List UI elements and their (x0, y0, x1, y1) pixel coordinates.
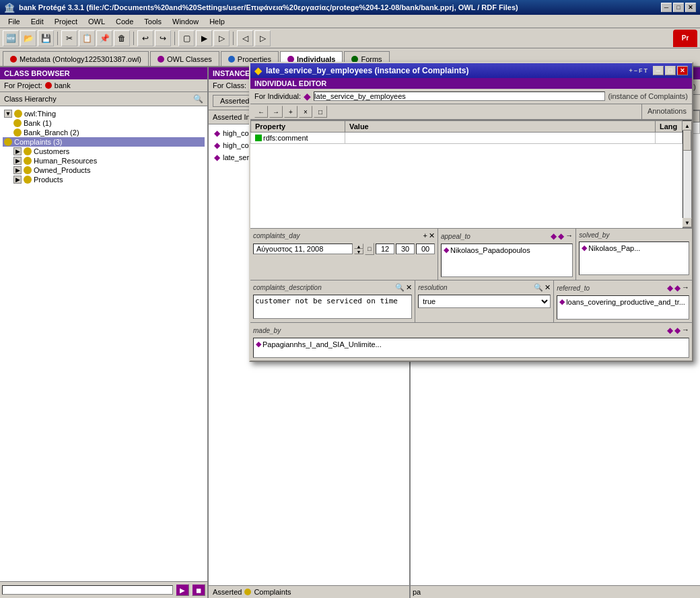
sb-down-btn[interactable]: ▼ (682, 218, 692, 227)
expand-humanres[interactable]: ▶ (13, 157, 22, 165)
tree-item-complaints[interactable]: Complaints (3) (3, 137, 205, 147)
tab-dot-forms (351, 56, 358, 63)
minimize-btn[interactable]: ─ (661, 3, 672, 12)
paste-btn[interactable]: 📌 (96, 30, 112, 46)
redo-btn[interactable]: ↪ (155, 30, 171, 46)
dialog-diamond-icon: ◆ (254, 65, 262, 76)
expand-owlthing[interactable]: ▼ (4, 110, 12, 118)
tree-item-humanres[interactable]: ▶ Human_Resources (3, 156, 205, 165)
back-btn[interactable]: ◁ (237, 30, 253, 46)
fwd-btn[interactable]: ▷ (254, 30, 271, 46)
t-icon[interactable]: T (644, 67, 648, 74)
made-add-icon[interactable]: ◆ (667, 326, 673, 335)
made-copy-icon[interactable]: ◆ (674, 326, 680, 335)
solved-by-nikolaos[interactable]: ◆ Nikolaos_Pap... (580, 242, 689, 254)
dlg-fwd-btn[interactable]: → (269, 106, 283, 118)
date-extra-btn[interactable]: □ (365, 243, 374, 255)
undo-btn[interactable]: ↩ (137, 30, 153, 46)
dlg-back-btn[interactable]: ← (254, 106, 268, 118)
referred-to-item[interactable]: ◆ loans_covering_productive_and_tr... (557, 296, 689, 307)
min-input[interactable] (396, 244, 415, 254)
complaints-day-del-icon[interactable]: ✕ (429, 231, 435, 240)
menu-help[interactable]: Help (204, 16, 230, 27)
resolution-select[interactable]: true false (418, 295, 551, 308)
dlg-del-btn[interactable]: × (299, 106, 312, 118)
open-btn[interactable]: 📂 (20, 30, 36, 46)
dlg-add-btn[interactable]: + (284, 106, 298, 118)
hour-input[interactable] (376, 244, 394, 254)
hierarchy-search-icon[interactable]: 🔍 (193, 94, 203, 104)
tab-label-metadata: Metadata (Ontology1225301387.owl) (20, 55, 141, 63)
close-btn[interactable]: ✕ (685, 3, 696, 12)
date-input[interactable] (253, 244, 353, 254)
res-search-icon[interactable]: 🔍 (534, 283, 543, 292)
dlg-prop-row-comment[interactable]: rdfs:comment (251, 133, 682, 144)
menu-code[interactable]: Code (110, 16, 139, 27)
asserted-class-dot (244, 589, 251, 595)
expand-products[interactable]: ▶ (13, 176, 22, 184)
tree-item-ownedprod[interactable]: ▶ Owned_Products (3, 165, 205, 175)
tree-item-customers[interactable]: ▶ Customers (3, 147, 205, 156)
dialog-maximize-btn[interactable]: □ (665, 66, 676, 75)
menu-edit[interactable]: Edit (26, 16, 49, 27)
class-browser-panel: CLASS BROWSER For Project: bank Class Hi… (0, 67, 209, 598)
dialog-minimize-btn[interactable]: ─ (653, 66, 664, 75)
appeal-add-icon[interactable]: ◆ (551, 231, 557, 241)
desc-del-icon[interactable]: ✕ (406, 283, 412, 292)
menu-window[interactable]: Window (167, 16, 204, 27)
appeal-to-list: ◆ Nikolaos_Papadopoulos (441, 244, 573, 277)
complaints-desc-label: complaints_description (253, 284, 322, 291)
expand-ownedprod[interactable]: ▶ (13, 166, 22, 174)
date-spin-up[interactable]: ▲ (354, 244, 363, 249)
run2-btn[interactable]: ▷ (213, 30, 230, 46)
made-del-icon[interactable]: → (682, 326, 689, 335)
appeal-copy-icon[interactable]: ◆ (558, 231, 564, 241)
run-btn[interactable]: ▶ (196, 30, 212, 46)
ref-copy-icon[interactable]: ◆ (674, 283, 680, 293)
sb-up-btn[interactable]: ▲ (682, 121, 692, 130)
minus-icon[interactable]: − (634, 67, 637, 74)
dialog-ind-name-input[interactable] (314, 91, 605, 101)
f-icon[interactable]: F (639, 67, 643, 74)
delete-btn[interactable]: 🗑 (114, 30, 130, 46)
date-spin-down[interactable]: ▼ (354, 249, 363, 254)
complaints-desc-textarea[interactable]: customer not be serviced on time (253, 295, 412, 319)
tree-item-bank-branch[interactable]: Bank_Branch (2) (3, 128, 205, 137)
sb-thumb[interactable] (683, 130, 691, 151)
menu-project[interactable]: Project (49, 16, 83, 27)
maximize-btn[interactable]: □ (673, 3, 684, 12)
dialog-close-btn[interactable]: ✕ (677, 66, 688, 75)
appeal-to-nikolaos[interactable]: ◆ Nikolaos_Papadopoulos (442, 244, 572, 256)
new-btn[interactable]: 🆕 (3, 30, 19, 46)
tree-item-products[interactable]: ▶ Products (3, 175, 205, 184)
tree-item-owlthing[interactable]: ▼ owl:Thing (3, 109, 205, 118)
ref-add-icon[interactable]: ◆ (667, 283, 673, 293)
ref-del-icon[interactable]: → (682, 283, 689, 293)
project-dot (45, 82, 52, 89)
dialog-scrollbar-v[interactable]: ▲ ▼ (682, 120, 692, 228)
search-go-btn[interactable]: ▶ (176, 584, 189, 596)
made-by-item[interactable]: ◆ Papagiannhs_I_and_SIA_Unlimite... (254, 338, 689, 350)
tab-owl-classes[interactable]: OWL Classes (150, 51, 219, 66)
cut-btn[interactable]: ✂ (61, 30, 77, 46)
tree-item-bank[interactable]: Bank (1) (3, 118, 205, 128)
dlg-rect-btn[interactable]: □ (314, 106, 327, 118)
search-find-btn[interactable]: ◼ (192, 584, 205, 596)
copy-btn[interactable]: 📋 (79, 30, 95, 46)
sec-input[interactable] (416, 244, 435, 254)
complaints-day-search-icon[interactable]: + (423, 231, 427, 240)
menu-file[interactable]: File (3, 16, 26, 27)
menu-tools[interactable]: Tools (139, 16, 167, 27)
dlg-lang-comment (656, 133, 682, 144)
save-btn[interactable]: 💾 (38, 30, 54, 46)
expand-customers[interactable]: ▶ (13, 147, 22, 155)
class-search-input[interactable] (2, 585, 173, 595)
app-logo: Pr (673, 30, 697, 47)
res-del-icon[interactable]: ✕ (545, 283, 551, 292)
check-btn[interactable]: ▢ (178, 30, 195, 46)
desc-search-icon[interactable]: 🔍 (395, 283, 405, 292)
menu-owl[interactable]: OWL (83, 16, 110, 27)
plus-icon[interactable]: + (629, 67, 632, 74)
tab-metadata[interactable]: Metadata (Ontology1225301387.owl) (3, 51, 149, 66)
appeal-del-icon[interactable]: → (565, 231, 573, 241)
